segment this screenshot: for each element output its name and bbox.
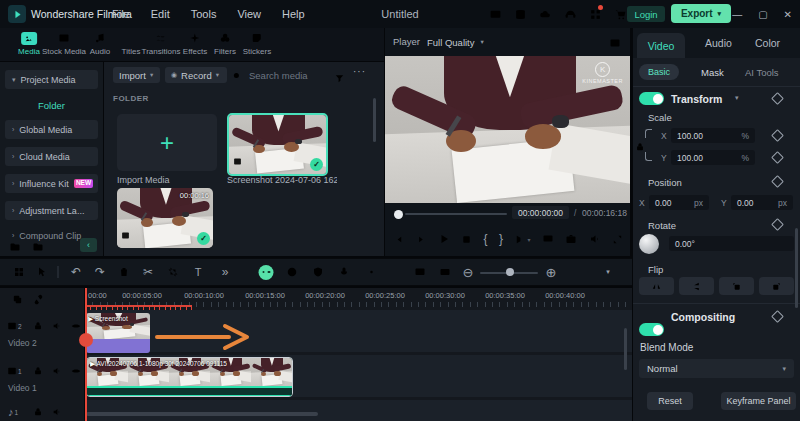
duplicate-track-icon[interactable]: [12, 294, 23, 305]
timeline-zoom-knob[interactable]: [506, 268, 514, 276]
media-item-screenshot[interactable]: ✓: [227, 113, 328, 176]
sidebar-item-global-media[interactable]: › Global Media: [5, 120, 98, 139]
snapshot-camera-icon[interactable]: [565, 233, 577, 245]
scale-x-input[interactable]: 100.00 %: [671, 128, 755, 143]
minimize-button[interactable]: —: [732, 9, 742, 20]
crop-icon[interactable]: [167, 259, 179, 285]
tab-filters[interactable]: Filters: [214, 31, 236, 56]
rotate-clockwise-button[interactable]: [759, 277, 794, 295]
video-viewport[interactable]: K KINEMASTER: [385, 56, 630, 203]
video2-lock-icon[interactable]: [33, 321, 43, 331]
rotate-input[interactable]: 0.00°: [669, 236, 794, 251]
transform-toggle[interactable]: [639, 92, 664, 105]
subtab-ai-tools[interactable]: AI Tools: [745, 67, 779, 78]
new-folder-icon[interactable]: [9, 239, 21, 257]
tab-effects[interactable]: Effects: [183, 31, 207, 56]
track-height-chevron-icon[interactable]: ▾: [606, 259, 610, 285]
lock-ratio-icon[interactable]: [635, 138, 645, 156]
audio-mixer-icon[interactable]: [363, 259, 375, 285]
quality-dropdown[interactable]: Full Quality ▾: [427, 33, 484, 51]
login-button[interactable]: Login: [627, 6, 665, 22]
redo-icon[interactable]: ↷: [95, 259, 105, 285]
menu-help[interactable]: Help: [282, 8, 305, 20]
subtab-mask[interactable]: Mask: [701, 67, 724, 78]
audio1-lock-icon[interactable]: [33, 407, 43, 417]
split-icon[interactable]: ▾: [514, 234, 530, 245]
playhead-grip[interactable]: [79, 333, 93, 347]
timeline-clip-screenshot[interactable]: ▶ Screenshot: [86, 313, 150, 353]
transform-keyframe-icon[interactable]: [771, 92, 784, 105]
ai-assistant-icon[interactable]: [259, 259, 274, 285]
inspector-scrollbar[interactable]: [795, 228, 798, 308]
volume-icon[interactable]: [589, 233, 601, 245]
mask-shield-icon[interactable]: [312, 259, 324, 285]
close-button[interactable]: ✕: [784, 9, 792, 20]
video1-mute-icon[interactable]: [52, 366, 62, 376]
media-panel-scrollbar[interactable]: [373, 98, 376, 142]
more-tools-icon[interactable]: »: [222, 259, 229, 285]
seek-track[interactable]: [405, 213, 507, 215]
tab-audio[interactable]: Audio: [90, 31, 110, 56]
video2-visibility-icon[interactable]: [71, 321, 81, 331]
search-input[interactable]: [247, 69, 329, 82]
sidebar-item-cloud-media[interactable]: › Cloud Media: [5, 147, 98, 166]
rotate-counterclockwise-button[interactable]: [719, 277, 754, 295]
delete-icon[interactable]: [118, 259, 130, 285]
position-x-input[interactable]: 0.00 px: [649, 195, 709, 210]
scale-y-keyframe-icon[interactable]: [771, 151, 784, 164]
rotate-keyframe-icon[interactable]: [771, 218, 784, 231]
tab-media[interactable]: Media: [18, 31, 40, 56]
export-button[interactable]: Export ▾: [671, 4, 731, 23]
mark-out-icon[interactable]: }: [499, 232, 503, 246]
blend-mode-dropdown[interactable]: Normal ▾: [639, 359, 794, 378]
seek-handle[interactable]: [394, 210, 403, 219]
cart-icon[interactable]: [612, 6, 628, 22]
text-tool-icon[interactable]: T: [195, 259, 202, 285]
tab-stickers[interactable]: Stickers: [243, 31, 271, 56]
collapse-sidebar-button[interactable]: ‹: [80, 238, 97, 252]
record-button[interactable]: ◉ Record ▾: [165, 67, 227, 83]
workspace-icon[interactable]: [487, 6, 503, 22]
compositing-keyframe-icon[interactable]: [771, 310, 784, 323]
transform-chevron-icon[interactable]: ▾: [735, 94, 739, 102]
fullscreen-icon[interactable]: [612, 234, 623, 245]
timeline-vertical-scrollbar[interactable]: [624, 328, 627, 370]
voiceover-mic-icon[interactable]: [338, 259, 350, 285]
step-forward-icon[interactable]: [415, 234, 426, 245]
sidebar-item-influence-kit[interactable]: › Influence Kit NEW: [5, 174, 98, 193]
audio1-mute-icon[interactable]: [52, 407, 62, 417]
mark-in-icon[interactable]: {: [484, 232, 488, 246]
tab-stock-media[interactable]: Stock Media: [42, 31, 86, 56]
zoom-in-icon[interactable]: ⊕: [546, 259, 557, 285]
undo-icon[interactable]: ↶: [71, 259, 81, 285]
timeline-clip-video[interactable]: ▶ AVI.20240706 1-1080p 30f 20240706 0911…: [86, 357, 293, 397]
menu-file[interactable]: File: [112, 8, 130, 20]
save-icon[interactable]: [512, 6, 528, 22]
scale-x-keyframe-icon[interactable]: [771, 129, 784, 142]
tab-transitions[interactable]: Transitions: [142, 31, 181, 56]
tab-color[interactable]: Color: [755, 37, 780, 49]
video1-lock-icon[interactable]: [33, 366, 43, 376]
menu-edit[interactable]: Edit: [151, 8, 170, 20]
playhead[interactable]: [85, 288, 87, 421]
import-media-card[interactable]: +: [117, 114, 217, 171]
delete-folder-icon[interactable]: [32, 239, 44, 257]
previous-frame-icon[interactable]: [393, 234, 404, 245]
rotate-dial[interactable]: [639, 234, 659, 254]
flip-horizontal-button[interactable]: [639, 277, 674, 295]
tab-video[interactable]: Video: [637, 33, 685, 58]
video2-mute-icon[interactable]: [52, 321, 62, 331]
menu-view[interactable]: View: [237, 8, 261, 20]
video1-visibility-icon[interactable]: [71, 366, 81, 376]
speed-ramping-icon[interactable]: [286, 259, 298, 285]
screen-record-icon[interactable]: [414, 259, 426, 285]
tab-titles[interactable]: Titles: [122, 31, 141, 56]
select-tool-icon[interactable]: [36, 259, 48, 285]
marker-icon[interactable]: [439, 259, 451, 285]
sidebar-item-project-media[interactable]: ▾ Project Media: [5, 70, 98, 89]
compositing-toggle[interactable]: [639, 323, 664, 336]
split-scissors-icon[interactable]: ✂: [143, 259, 153, 285]
timeline-horizontal-scrollbar[interactable]: [86, 412, 318, 416]
mirror-display-icon[interactable]: [542, 233, 554, 245]
track-lane-audio1[interactable]: [85, 400, 632, 421]
